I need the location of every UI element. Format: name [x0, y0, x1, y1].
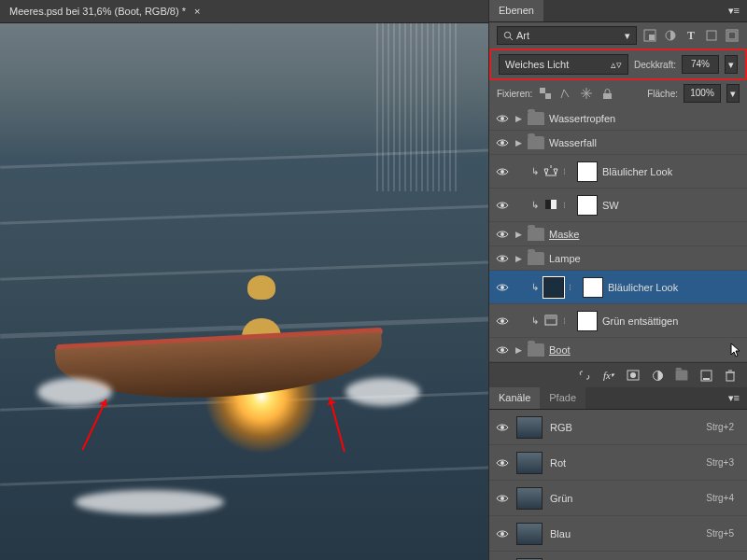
layer-row[interactable]: ▶Lampe [489, 246, 747, 271]
visibility-icon[interactable] [495, 167, 509, 176]
channel-thumb[interactable] [516, 452, 543, 474]
mask-thumb[interactable] [577, 161, 598, 182]
visibility-icon[interactable] [495, 494, 509, 503]
delete-layer-icon[interactable] [723, 368, 738, 383]
lock-transparent-icon[interactable] [538, 86, 553, 101]
visibility-icon[interactable] [495, 316, 509, 326]
adjustment-icon [543, 164, 558, 179]
svg-rect-3 [649, 35, 655, 40]
panel-menu-icon[interactable]: ▾≡ [721, 0, 747, 21]
tab-paths[interactable]: Pfade [540, 387, 585, 409]
lock-position-icon[interactable] [579, 86, 594, 101]
layer-row[interactable]: ▶Wassertropfen [489, 106, 747, 131]
layer-name[interactable]: Wassertropfen [549, 113, 741, 124]
document-tab[interactable]: Meeres.psd bei 31,6% (Boot, RGB/8) * × [0, 0, 488, 23]
layer-name[interactable]: Bläulicher Look [608, 282, 741, 293]
layer-fx-icon[interactable]: fx▾ [601, 368, 616, 383]
mask-link-icon[interactable]: ⁞ [563, 201, 572, 210]
mask-thumb[interactable] [577, 195, 598, 216]
svg-rect-8 [540, 88, 545, 93]
layer-row[interactable]: ▶Boot [489, 338, 747, 362]
channel-thumb[interactable] [516, 487, 543, 510]
channel-name: RGB [550, 422, 698, 433]
visibility-icon[interactable] [495, 230, 509, 239]
layer-name[interactable]: Grün entsättigen [602, 315, 741, 327]
visibility-icon[interactable] [495, 201, 509, 210]
layer-thumb[interactable] [543, 277, 564, 298]
filter-shape-icon[interactable] [704, 28, 719, 43]
folder-icon [528, 343, 544, 357]
tab-layers[interactable]: Ebenen [489, 0, 543, 21]
expand-icon[interactable]: ▶ [514, 345, 523, 355]
layer-kind-filter[interactable]: Art ▾ [497, 26, 637, 45]
visibility-icon[interactable] [495, 114, 509, 123]
layers-list: ▶Wassertropfen▶Wasserfall↳⁞Bläulicher Lo… [489, 106, 747, 362]
svg-point-23 [500, 348, 504, 352]
search-icon [503, 31, 514, 41]
filter-pixel-icon[interactable] [642, 28, 657, 43]
layer-name[interactable]: Wasserfall [549, 137, 741, 148]
visibility-icon[interactable] [495, 529, 509, 539]
fill-stepper[interactable]: ▾ [726, 84, 740, 103]
channel-row[interactable]: Bläulicher Look MaskeStrg+< [489, 552, 747, 560]
visibility-icon[interactable] [495, 345, 509, 355]
layer-name[interactable]: SW [602, 200, 741, 211]
channel-thumb[interactable] [516, 416, 543, 439]
layer-row[interactable]: ↳⁞Grün entsättigen [489, 304, 747, 338]
channels-list: RGBStrg+2RotStrg+3GrünStrg+4BlauStrg+5Bl… [489, 410, 747, 560]
channel-row[interactable]: RotStrg+3 [489, 445, 747, 481]
layer-name[interactable]: Bläulicher Look [602, 166, 741, 177]
visibility-icon[interactable] [495, 423, 509, 432]
channel-thumb[interactable] [516, 523, 543, 545]
layer-row[interactable]: ▶Wasserfall [489, 131, 747, 155]
visibility-icon[interactable] [495, 138, 509, 147]
expand-icon[interactable]: ▶ [514, 254, 523, 263]
layer-name[interactable]: Boot [549, 344, 726, 356]
mask-thumb[interactable] [583, 277, 603, 298]
visibility-icon[interactable] [495, 458, 509, 468]
clip-icon: ↳ [531, 166, 539, 176]
filter-type-icon[interactable]: T [684, 28, 698, 43]
clip-icon: ↳ [531, 315, 539, 326]
layer-row[interactable]: ▶Maske [489, 222, 747, 246]
layer-row[interactable]: ↳⁞Bläulicher Look [489, 155, 747, 189]
expand-icon[interactable]: ▶ [514, 114, 523, 123]
svg-point-14 [500, 203, 504, 207]
new-adjustment-icon[interactable] [650, 368, 665, 383]
close-icon[interactable]: × [194, 6, 200, 17]
tab-channels[interactable]: Kanäle [489, 387, 540, 409]
filter-adjustment-icon[interactable] [663, 28, 678, 43]
visibility-icon[interactable] [495, 254, 509, 263]
lock-all-icon[interactable] [599, 86, 614, 101]
fill-field[interactable]: 100% [684, 84, 721, 103]
channel-row[interactable]: BlauStrg+5 [489, 516, 747, 552]
opacity-field[interactable]: 74% [682, 55, 719, 74]
panel-menu-icon[interactable]: ▾≡ [721, 387, 747, 409]
expand-icon[interactable]: ▶ [514, 138, 523, 147]
channel-row[interactable]: GrünStrg+4 [489, 481, 747, 516]
layer-row[interactable]: ↳⁞Bläulicher Look [489, 271, 747, 304]
svg-point-20 [500, 319, 504, 323]
blend-opacity-row: Weiches Licht▵▿ Deckkraft: 74% ▾ [489, 49, 747, 80]
filter-smart-icon[interactable] [725, 28, 740, 43]
link-layers-icon[interactable] [577, 368, 592, 383]
new-layer-icon[interactable] [698, 368, 713, 383]
opacity-stepper[interactable]: ▾ [725, 55, 738, 74]
add-mask-icon[interactable] [626, 368, 641, 383]
lock-pixels-icon[interactable] [558, 86, 573, 101]
layer-name[interactable]: Lampe [549, 253, 741, 264]
layers-panel-tabs: Ebenen ▾≡ [489, 0, 747, 22]
mask-thumb[interactable] [577, 311, 598, 331]
mask-link-icon[interactable]: ⁞ [569, 283, 578, 292]
new-group-icon[interactable] [674, 368, 689, 383]
blend-mode-select[interactable]: Weiches Licht▵▿ [499, 54, 628, 75]
layer-name[interactable]: Maske [549, 229, 741, 240]
channel-name: Rot [550, 457, 698, 469]
mask-link-icon[interactable]: ⁞ [563, 167, 572, 176]
visibility-icon[interactable] [495, 283, 509, 292]
mask-link-icon[interactable]: ⁞ [563, 316, 572, 326]
canvas[interactable] [0, 23, 488, 560]
expand-icon[interactable]: ▶ [514, 230, 523, 239]
layer-row[interactable]: ↳⁞SW [489, 189, 747, 222]
channel-row[interactable]: RGBStrg+2 [489, 410, 747, 445]
